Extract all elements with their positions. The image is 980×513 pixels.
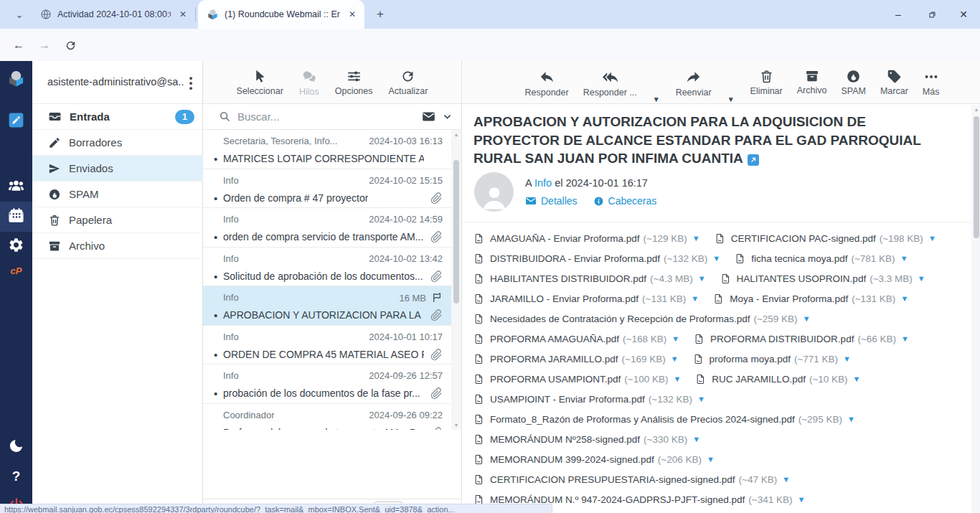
browser-tab-roundcube[interactable]: (1) Roundcube Webmail :: Envia ✕	[198, 0, 364, 29]
threads-button[interactable]: Hilos	[299, 61, 319, 97]
message-list-item[interactable]: Info 2024-10-02 13:42 • Solicitud de apr…	[203, 248, 451, 287]
cpanel-icon[interactable]: cP	[0, 265, 32, 276]
attachment-item[interactable]: Formato_8_Razón de Proformas y Análisis …	[473, 413, 855, 425]
mail-scrollbar-thumb[interactable]	[974, 116, 979, 238]
mark-button[interactable]: Marcar	[880, 61, 908, 96]
attachment-name[interactable]: RUC JARAMILLO.pdf	[712, 374, 806, 385]
scroll-down-icon[interactable]: ▼	[451, 423, 461, 428]
attachment-item[interactable]: PROFORMA AMAGUAÑA.pdf (~168 KB) ▼	[473, 333, 679, 345]
select-button[interactable]: Seleccionar	[237, 61, 283, 96]
calendar-icon[interactable]	[0, 207, 32, 222]
attachment-menu-caret[interactable]: ▼	[673, 375, 681, 383]
tab-close-icon[interactable]: ✕	[176, 8, 189, 21]
back-icon[interactable]: ←	[10, 37, 27, 54]
window-close-button[interactable]: ✕	[955, 6, 972, 23]
message-list-item[interactable]: Info 2024-09-26 12:57 • probación de los…	[203, 364, 451, 404]
search-options-chevron-icon[interactable]	[442, 111, 453, 122]
attachment-name[interactable]: DISTRIBUIDORA - Enviar Proforma.pdf	[490, 253, 660, 264]
sidebar-item-borradores[interactable]: Borradores	[32, 130, 203, 156]
attachment-item[interactable]: MEMORÁNDUM Nº258-signed.pdf (~330 KB) ▼	[473, 433, 700, 446]
scroll-up-icon[interactable]: ▲	[971, 107, 980, 112]
attachment-item[interactable]: CERTIFICACION PAC-signed.pdf (~198 KB) ▼	[715, 232, 936, 245]
reply-all-button[interactable]: Responder ...	[583, 61, 637, 98]
attachment-name[interactable]: USAMPIOINT - Enviar Proforma.pdf	[490, 394, 645, 405]
forward-icon[interactable]: →	[36, 37, 53, 54]
mail-scrollbar[interactable]: ▲	[971, 105, 980, 513]
attachment-name[interactable]: MEMORÁNDUM Nº258-signed.pdf	[490, 434, 640, 445]
options-button[interactable]: Opciones	[335, 61, 373, 96]
browser-tab-activity[interactable]: Actividad 2024-10-01 08:00:00 ✕	[32, 0, 195, 29]
attachment-menu-caret[interactable]: ▼	[797, 495, 805, 504]
message-list-item[interactable]: Info 2024-10-02 14:59 • orden de compra …	[203, 208, 451, 248]
message-list-item[interactable]: Info 2024-10-02 15:15 • Orden de compra …	[203, 169, 451, 209]
attachment-menu-caret[interactable]: ▼	[672, 334, 679, 343]
attachment-name[interactable]: HALITANTES USOPROIN.pdf	[737, 273, 867, 284]
attachment-menu-caret[interactable]: ▼	[691, 294, 699, 303]
details-toggle[interactable]: Detalles	[525, 195, 578, 207]
attachment-name[interactable]: PROFORMA AMAGUAÑA.pdf	[490, 334, 619, 344]
new-tab-button[interactable]: +	[373, 7, 387, 22]
tab-close-icon[interactable]: ✕	[346, 8, 359, 21]
compose-button[interactable]	[0, 111, 32, 129]
search-input[interactable]	[237, 110, 422, 123]
recipient-link[interactable]: Info	[534, 177, 552, 189]
sidebar-item-archivo[interactable]: Archivo	[32, 233, 203, 259]
attachment-item[interactable]: MEMORANDUM 399-2024-signed.pdf (~206 KB)…	[473, 453, 715, 466]
attachment-name[interactable]: proforma moya.pdf	[710, 354, 791, 364]
help-icon[interactable]: ?	[0, 469, 32, 484]
list-scrollbar-thumb[interactable]	[453, 160, 459, 303]
message-list-item[interactable]: Coordinador 2024-09-26 09:22 • Proforma …	[203, 404, 451, 430]
attachment-item[interactable]: proforma moya.pdf (~771 KB) ▼	[693, 353, 851, 365]
archive-button[interactable]: Archivo	[797, 61, 827, 95]
attachment-item[interactable]: PROFORMA JARAMILLO.pdf (~169 KB) ▼	[473, 353, 679, 365]
message-list-item[interactable]: Secretaria, Tesoreria, Info... 2024-10-0…	[203, 130, 451, 169]
attachment-name[interactable]: CERTIFICACION PAC-signed.pdf	[731, 233, 876, 244]
sidebar-item-papelera[interactable]: Papelera	[32, 207, 203, 233]
attachment-menu-caret[interactable]: ▼	[697, 395, 705, 403]
attachment-item[interactable]: ficha tecnica moya.pdf (~781 KB) ▼	[735, 253, 908, 265]
attachment-name[interactable]: Necesidades de Contratación y Recepción …	[490, 314, 750, 324]
attachment-item[interactable]: AMAGUAÑA - Enviar Proforma.pdf (~129 KB)…	[473, 232, 700, 245]
reload-icon[interactable]	[62, 37, 79, 54]
window-restore-button[interactable]	[923, 6, 941, 23]
attachment-item[interactable]: JARAMILLO - Enviar Proforma.pdf (~131 KB…	[473, 293, 699, 305]
attachment-menu-caret[interactable]: ▼	[900, 254, 908, 263]
contacts-icon[interactable]	[0, 177, 32, 195]
window-minimize-button[interactable]: –	[890, 6, 907, 23]
attachment-name[interactable]: Moya - Enviar Proforma.pdf	[730, 293, 848, 304]
attachment-menu-caret[interactable]: ▼	[782, 475, 790, 484]
attachment-name[interactable]: PROFORMA JARAMILLO.pdf	[490, 354, 618, 364]
message-list-item[interactable]: Info 2024-10-01 10:17 • ORDEN DE COMPRA …	[203, 326, 451, 365]
attachment-menu-caret[interactable]: ▼	[918, 274, 925, 283]
account-menu-icon[interactable]: •••	[186, 75, 196, 90]
attachment-item[interactable]: HABILITANTES DISTRIBUIDOR.pdf (~4.3 MB) …	[473, 273, 706, 285]
settings-gear-icon[interactable]	[0, 237, 32, 253]
reply-all-caret-icon[interactable]: ▼	[653, 95, 660, 103]
attachment-menu-caret[interactable]: ▼	[692, 435, 700, 443]
attachment-name[interactable]: CERTIFICACION PRESUPUESTARIA-signed-sign…	[490, 474, 735, 485]
more-button[interactable]: Más	[923, 61, 940, 97]
attachment-item[interactable]: Necesidades de Contratación y Recepción …	[473, 313, 811, 325]
refresh-button[interactable]: Actualizar	[389, 61, 428, 96]
delete-button[interactable]: Eliminar	[750, 61, 783, 96]
attachment-menu-caret[interactable]: ▼	[707, 455, 715, 463]
forward-caret-icon[interactable]: ▼	[727, 95, 735, 103]
sidebar-item-entrada[interactable]: Entrada 1	[32, 104, 203, 130]
forward-button[interactable]: Reenviar	[676, 61, 712, 98]
attachment-menu-caret[interactable]: ▼	[928, 234, 936, 243]
attachment-item[interactable]: RUC JARAMILLO.pdf (~10 KB) ▼	[695, 373, 860, 385]
attachment-item[interactable]: HALITANTES USOPROIN.pdf (~3.3 MB) ▼	[720, 273, 925, 285]
attachment-menu-caret[interactable]: ▼	[847, 415, 855, 423]
tab-search-button[interactable]: ⌄	[11, 6, 27, 22]
external-link-icon[interactable]	[748, 154, 759, 166]
reply-button[interactable]: Responder	[525, 61, 569, 98]
attachment-item[interactable]: Moya - Enviar Proforma.pdf (~131 KB) ▼	[713, 293, 908, 305]
attachment-menu-caret[interactable]: ▼	[803, 314, 811, 323]
attachment-item[interactable]: CERTIFICACION PRESUPUESTARIA-signed-sign…	[473, 474, 790, 486]
attachment-menu-caret[interactable]: ▼	[712, 254, 720, 263]
sidebar-item-enviados[interactable]: Enviados	[32, 156, 203, 182]
attachment-menu-caret[interactable]: ▼	[843, 354, 851, 363]
attachment-menu-caret[interactable]: ▼	[698, 274, 706, 283]
attachment-item[interactable]: DISTRIBUIDORA - Enviar Proforma.pdf (~13…	[473, 253, 720, 265]
attachment-menu-caret[interactable]: ▼	[901, 334, 909, 343]
